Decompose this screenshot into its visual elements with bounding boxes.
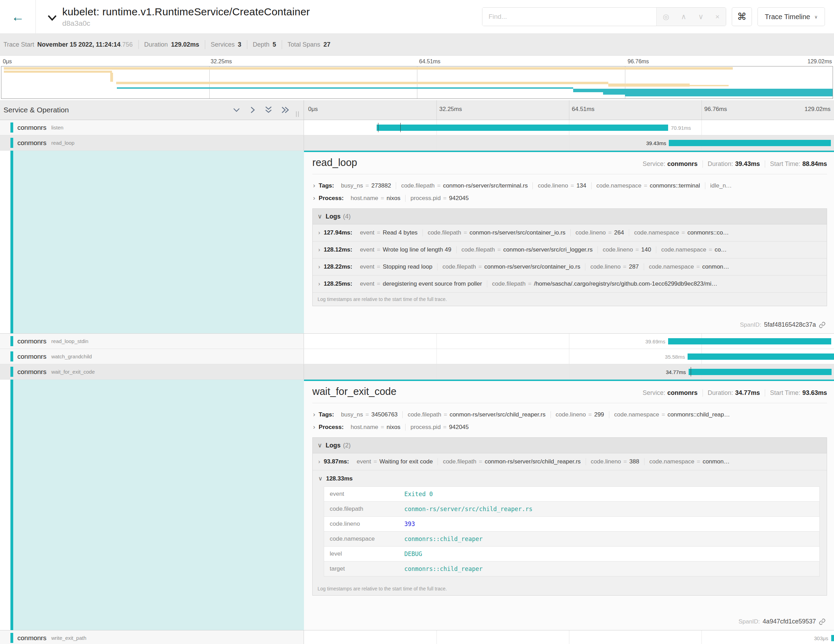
span-name-cell[interactable]: conmonrsread_loop_stdin <box>0 334 304 349</box>
service-name: conmonrs <box>18 634 46 642</box>
tags-row[interactable]: ›Tags:busy_ns=34506763code.filepath=conm… <box>312 408 827 421</box>
span-row-listen[interactable]: conmonrslisten70.91ms <box>0 120 834 135</box>
field-key: event <box>360 229 375 236</box>
span-row-write_exit_path[interactable]: conmonrswrite_exit_path303μs <box>0 630 834 644</box>
summary-value: 27 <box>323 41 330 49</box>
log-entry[interactable]: ›128.22ms:event=Stopping read loopcode.f… <box>313 259 827 275</box>
logs-header[interactable]: ∨Logs(2) <box>313 438 827 453</box>
collapse-trace-header-icon[interactable] <box>48 15 57 22</box>
span-name-cell[interactable]: conmonrswatch_grandchild <box>0 349 304 364</box>
span-timeline-cell[interactable]: 35.58ms <box>304 349 834 364</box>
field-equals: = <box>377 246 380 253</box>
field-key: code.namespace <box>596 182 641 189</box>
field-key: event <box>360 264 375 270</box>
log-field-row: code.namespaceconmonrs::child_reaper <box>324 532 820 547</box>
log-entry[interactable]: ›128.12ms:event=Wrote log line of length… <box>313 241 827 259</box>
span-duration-bar[interactable] <box>377 125 668 131</box>
locate-match-icon[interactable]: ◎ <box>663 13 669 21</box>
span-color-indicator <box>10 336 13 346</box>
log-entry[interactable]: ›128.25ms:event=deregistering event sour… <box>313 275 827 293</box>
clear-search-icon[interactable]: × <box>715 13 719 21</box>
field-value: 299 <box>594 411 604 418</box>
command-icon: ⌘ <box>737 11 747 22</box>
logs-title: Logs <box>325 213 341 220</box>
span-timeline-cell[interactable]: 70.91ms <box>304 120 834 135</box>
logs-header[interactable]: ∨Logs(4) <box>313 209 827 225</box>
minimap-canvas[interactable] <box>1 66 833 99</box>
span-overview: Service:conmonrsDuration:34.77msStart Ti… <box>638 389 827 396</box>
field-list: host.name=nixosprocess.pid=942045 <box>346 424 474 431</box>
deep-link-icon[interactable] <box>819 322 826 328</box>
log-entry-expanded-header[interactable]: ∨128.33ms <box>313 470 827 484</box>
log-entry[interactable]: ›93.87ms:event=Waiting for exit codecode… <box>313 453 827 470</box>
span-row-read_loop_stdin[interactable]: conmonrsread_loop_stdin39.69ms <box>0 334 834 349</box>
tag-field: busy_ns=273882 <box>336 182 396 189</box>
timeline-gridline <box>436 630 437 644</box>
field-value: 273882 <box>372 182 391 189</box>
field-key: code.filepath <box>443 458 476 465</box>
keyboard-shortcuts-button[interactable]: ⌘ <box>732 7 752 26</box>
next-match-icon[interactable]: ∨ <box>698 13 703 21</box>
overview-item: Service:conmonrs <box>638 389 703 396</box>
deep-link-icon[interactable] <box>819 618 826 625</box>
field-value: 287 <box>629 264 638 270</box>
minimap-tick: 129.02ms <box>808 58 832 65</box>
log-entry[interactable]: ›127.94ms:event=Read 4 bytescode.filepat… <box>313 225 827 241</box>
field-key: code.lineno <box>575 229 606 236</box>
prev-match-icon[interactable]: ∧ <box>681 13 686 21</box>
span-row-wait_for_exit_code[interactable]: conmonrswait_for_exit_code34.77ms <box>0 364 834 380</box>
summary-item: Total Spans27 <box>288 41 330 49</box>
process-row[interactable]: ›Process:host.name=nixosprocess.pid=9420… <box>312 421 827 433</box>
tag-field: host.name=nixos <box>346 195 405 202</box>
service-name: conmonrs <box>18 338 46 345</box>
span-name-cell[interactable]: conmonrslisten <box>0 120 304 135</box>
minimap-span-bar <box>573 89 832 92</box>
tags-row[interactable]: ›Tags:busy_ns=273882code.filepath=conmon… <box>312 179 827 192</box>
span-name-cell[interactable]: conmonrswait_for_exit_code <box>0 364 304 379</box>
header-controls: ◎ ∧ ∨ × ⌘ Trace Timeline ∨ <box>482 7 825 26</box>
expand-all-icon[interactable] <box>281 106 290 114</box>
field-list: event=Stopping read loopcode.filepath=co… <box>355 264 734 270</box>
timeline-gridline <box>436 364 437 379</box>
span-timeline-cell[interactable]: 39.69ms <box>304 334 834 349</box>
collapse-all-icon[interactable] <box>264 106 273 114</box>
field-equals: = <box>443 195 446 201</box>
trace-summary-bar: Trace StartNovember 15 2022, 11:24:14.75… <box>0 34 834 56</box>
span-timeline-cell[interactable]: 39.43ms <box>304 135 834 150</box>
field-key: code.filepath <box>407 411 441 418</box>
field-key: code.filepath <box>401 182 435 189</box>
trace-view-selector[interactable]: Trace Timeline ∨ <box>758 7 825 26</box>
expand-one-icon[interactable] <box>249 106 256 114</box>
process-label: Process: <box>318 195 344 202</box>
span-duration-bar[interactable] <box>689 369 832 375</box>
find-input[interactable] <box>482 8 656 26</box>
field-value: Wrote log line of length 49 <box>383 246 451 253</box>
span-duration-bar[interactable] <box>831 635 834 641</box>
log-field-key: code.namespace <box>324 532 399 547</box>
span-row-watch_grandchild[interactable]: conmonrswatch_grandchild35.58ms <box>0 349 834 364</box>
span-timeline-cell[interactable]: 303μs <box>304 630 834 644</box>
field-value: conmon-rs/server/src/terminal.rs <box>443 182 528 189</box>
span-duration-bar[interactable] <box>668 338 831 345</box>
field-key: process.pid <box>411 195 441 201</box>
overview-item: Duration:34.77ms <box>703 389 765 396</box>
field-list: host.name=nixosprocess.pid=942045 <box>346 195 474 202</box>
span-duration-bar[interactable] <box>688 353 834 360</box>
collapse-one-icon[interactable] <box>232 107 241 113</box>
span-detail-header[interactable]: read_loopService:conmonrsDuration:39.43m… <box>312 157 827 168</box>
span-detail-header[interactable]: wait_for_exit_codeService:conmonrsDurati… <box>312 386 827 397</box>
span-id-row: SpanID:5faf48165428c37a <box>312 318 827 329</box>
column-resizer-handle[interactable] <box>296 111 299 117</box>
tag-field: event=Wrote log line of length 49 <box>355 246 456 253</box>
span-row-read_loop[interactable]: conmonrsread_loop39.43ms <box>0 135 834 150</box>
page-title: kubelet: runtime.v1.RuntimeService/Creat… <box>62 6 310 18</box>
field-equals: = <box>478 264 482 270</box>
process-row[interactable]: ›Process:host.name=nixosprocess.pid=9420… <box>312 192 827 204</box>
span-timeline-cell[interactable]: 34.77ms <box>304 364 834 379</box>
span-name-cell[interactable]: conmonrswrite_exit_path <box>0 630 304 644</box>
back-button[interactable]: ← <box>0 0 36 33</box>
span-name-cell[interactable]: conmonrsread_loop <box>0 135 304 150</box>
field-equals: = <box>709 246 712 253</box>
span-duration-bar[interactable] <box>669 140 831 146</box>
field-equals: = <box>365 411 369 418</box>
